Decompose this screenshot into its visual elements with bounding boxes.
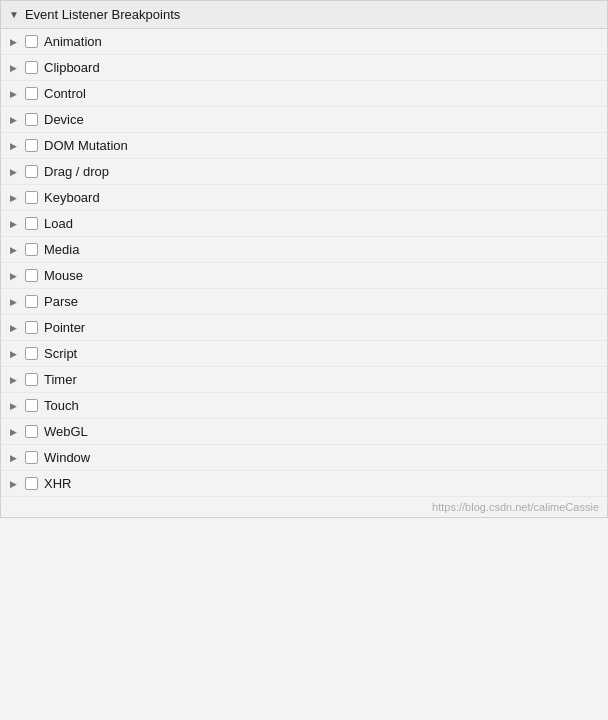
list-item: ▶Clipboard (1, 55, 607, 81)
item-expand-arrow[interactable]: ▶ (7, 141, 19, 151)
item-expand-arrow[interactable]: ▶ (7, 245, 19, 255)
label-dom-mutation: DOM Mutation (44, 138, 599, 153)
list-item: ▶XHR (1, 471, 607, 497)
list-item: ▶Load (1, 211, 607, 237)
checkbox-webgl[interactable] (25, 425, 38, 438)
list-item: ▶Window (1, 445, 607, 471)
list-item: ▶Drag / drop (1, 159, 607, 185)
checkbox-touch[interactable] (25, 399, 38, 412)
label-load: Load (44, 216, 599, 231)
label-device: Device (44, 112, 599, 127)
checkbox-timer[interactable] (25, 373, 38, 386)
label-pointer: Pointer (44, 320, 599, 335)
watermark: https://blog.csdn.net/calimeCassie (1, 497, 607, 517)
list-item: ▶DOM Mutation (1, 133, 607, 159)
label-parse: Parse (44, 294, 599, 309)
label-webgl: WebGL (44, 424, 599, 439)
list-item: ▶Keyboard (1, 185, 607, 211)
item-expand-arrow[interactable]: ▶ (7, 375, 19, 385)
checkbox-device[interactable] (25, 113, 38, 126)
list-item: ▶Parse (1, 289, 607, 315)
label-drag-drop: Drag / drop (44, 164, 599, 179)
list-item: ▶Pointer (1, 315, 607, 341)
item-expand-arrow[interactable]: ▶ (7, 219, 19, 229)
panel-body: ▶Animation▶Clipboard▶Control▶Device▶DOM … (1, 29, 607, 497)
checkbox-control[interactable] (25, 87, 38, 100)
item-expand-arrow[interactable]: ▶ (7, 89, 19, 99)
panel-title: Event Listener Breakpoints (25, 7, 180, 22)
event-listener-breakpoints-panel: ▼ Event Listener Breakpoints ▶Animation▶… (0, 0, 608, 518)
label-window: Window (44, 450, 599, 465)
list-item: ▶Mouse (1, 263, 607, 289)
list-item: ▶Control (1, 81, 607, 107)
checkbox-keyboard[interactable] (25, 191, 38, 204)
item-expand-arrow[interactable]: ▶ (7, 37, 19, 47)
list-item: ▶WebGL (1, 419, 607, 445)
checkbox-script[interactable] (25, 347, 38, 360)
item-expand-arrow[interactable]: ▶ (7, 453, 19, 463)
list-item: ▶Timer (1, 367, 607, 393)
label-clipboard: Clipboard (44, 60, 599, 75)
checkbox-load[interactable] (25, 217, 38, 230)
checkbox-mouse[interactable] (25, 269, 38, 282)
item-expand-arrow[interactable]: ▶ (7, 167, 19, 177)
checkbox-media[interactable] (25, 243, 38, 256)
label-keyboard: Keyboard (44, 190, 599, 205)
item-expand-arrow[interactable]: ▶ (7, 271, 19, 281)
list-item: ▶Touch (1, 393, 607, 419)
list-item: ▶Media (1, 237, 607, 263)
item-expand-arrow[interactable]: ▶ (7, 193, 19, 203)
label-touch: Touch (44, 398, 599, 413)
list-item: ▶Script (1, 341, 607, 367)
panel-collapse-arrow: ▼ (9, 9, 19, 20)
item-expand-arrow[interactable]: ▶ (7, 323, 19, 333)
label-animation: Animation (44, 34, 599, 49)
item-expand-arrow[interactable]: ▶ (7, 427, 19, 437)
checkbox-pointer[interactable] (25, 321, 38, 334)
checkbox-drag-drop[interactable] (25, 165, 38, 178)
list-item: ▶Animation (1, 29, 607, 55)
checkbox-dom-mutation[interactable] (25, 139, 38, 152)
label-media: Media (44, 242, 599, 257)
item-expand-arrow[interactable]: ▶ (7, 115, 19, 125)
label-control: Control (44, 86, 599, 101)
item-expand-arrow[interactable]: ▶ (7, 63, 19, 73)
list-item: ▶Device (1, 107, 607, 133)
checkbox-animation[interactable] (25, 35, 38, 48)
item-expand-arrow[interactable]: ▶ (7, 349, 19, 359)
item-expand-arrow[interactable]: ▶ (7, 401, 19, 411)
label-xhr: XHR (44, 476, 599, 491)
label-script: Script (44, 346, 599, 361)
checkbox-window[interactable] (25, 451, 38, 464)
label-timer: Timer (44, 372, 599, 387)
label-mouse: Mouse (44, 268, 599, 283)
item-expand-arrow[interactable]: ▶ (7, 479, 19, 489)
checkbox-parse[interactable] (25, 295, 38, 308)
checkbox-xhr[interactable] (25, 477, 38, 490)
checkbox-clipboard[interactable] (25, 61, 38, 74)
item-expand-arrow[interactable]: ▶ (7, 297, 19, 307)
panel-header[interactable]: ▼ Event Listener Breakpoints (1, 1, 607, 29)
